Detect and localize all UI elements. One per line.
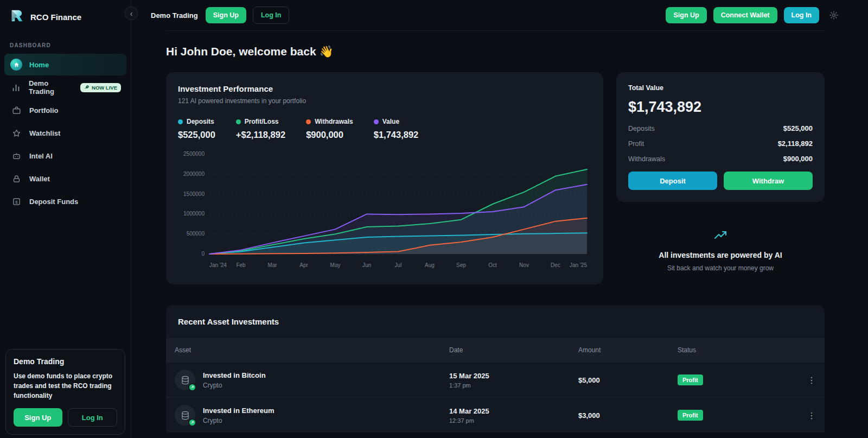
brand: RCO Finance	[4, 0, 126, 31]
column-header-status: Status	[678, 346, 801, 354]
svg-text:Feb: Feb	[236, 262, 246, 268]
briefcase-icon	[10, 106, 23, 115]
dollar-icon: $	[10, 197, 23, 206]
topbar-right-login-button[interactable]: Log In	[784, 7, 820, 23]
svg-text:Jan '25: Jan '25	[570, 262, 587, 268]
sidebar-item-home[interactable]: Home	[4, 54, 126, 75]
sidebar-item-deposit-funds[interactable]: $ Deposit Funds	[4, 191, 126, 212]
promo-text: Use demo funds to place crypto trades an…	[14, 371, 117, 401]
star-icon	[10, 129, 23, 138]
svg-text:Sep: Sep	[456, 262, 466, 268]
total-value-amount: $1,743,892	[628, 99, 813, 116]
svg-text:500000: 500000	[187, 231, 205, 237]
performance-title: Investment Performance	[178, 84, 591, 93]
settings-gear-icon[interactable]	[829, 10, 839, 20]
summary-row-withdrawals: Withdrawals $900,000	[628, 155, 813, 163]
recent-investments-card: Recent Asset Investments Asset Date Amou…	[166, 305, 825, 433]
deposit-button[interactable]: Deposit	[628, 172, 717, 190]
svg-text:$: $	[15, 199, 18, 204]
legend-dot	[306, 119, 311, 124]
ai-promo-title: All investments are powered by AI	[616, 251, 825, 259]
app-root: RCO Finance DASHBOARD Home Demo Trading	[0, 0, 868, 438]
right-column: Total Value $1,743,892 Deposits $525,000…	[616, 72, 825, 284]
sidebar: RCO Finance DASHBOARD Home Demo Trading	[0, 0, 131, 438]
sidebar-item-watchlist[interactable]: Watchlist	[4, 122, 126, 144]
table-row: Invested in Ethereum Crypto 14 Mar 2025 …	[166, 397, 825, 433]
invest-arrow-badge-icon	[188, 418, 196, 427]
asset-name: Invested in Ethereum	[203, 407, 274, 415]
legend-value: +$2,118,892	[236, 130, 285, 140]
svg-text:Aug: Aug	[425, 262, 435, 268]
column-header-amount: Amount	[578, 346, 678, 354]
home-icon	[10, 59, 23, 71]
invest-arrow-badge-icon	[188, 383, 196, 391]
topbar-right-signup-button[interactable]: Sign Up	[666, 7, 706, 23]
sidebar-section-label: DASHBOARD	[10, 42, 121, 48]
svg-text:Jun: Jun	[362, 262, 371, 268]
investment-amount: $5,000	[578, 376, 678, 384]
svg-text:Apr: Apr	[299, 262, 308, 268]
promo-signup-button[interactable]: Sign Up	[14, 408, 62, 427]
sidebar-item-portfolio[interactable]: Portfolio	[4, 99, 126, 121]
svg-text:0: 0	[201, 251, 205, 257]
now-live-badge: NOW LIVE	[80, 83, 121, 92]
legend-item-profit-loss: Profit/Loss +$2,118,892	[236, 118, 285, 140]
svg-text:Nov: Nov	[519, 262, 529, 268]
topbar-signup-button[interactable]: Sign Up	[206, 7, 246, 23]
svg-text:Jul: Jul	[395, 262, 402, 268]
sidebar-item-label: Deposit Funds	[29, 198, 78, 206]
svg-text:1000000: 1000000	[183, 211, 205, 217]
legend-item-value: Value $1,743,892	[374, 118, 419, 140]
brand-name: RCO Finance	[30, 12, 81, 22]
total-value-card: Total Value $1,743,892 Deposits $525,000…	[616, 72, 825, 202]
trending-up-icon	[712, 229, 729, 242]
row-menu-kebab-icon[interactable]: ⋮	[807, 375, 816, 385]
legend-value: $525,000	[178, 130, 215, 140]
svg-text:Dec: Dec	[551, 262, 560, 268]
status-badge: Profit	[678, 410, 703, 421]
sidebar-item-label: Wallet	[29, 175, 50, 183]
sidebar-item-label: Portfolio	[29, 106, 58, 115]
asset-name: Invested in Bitcoin	[203, 371, 266, 379]
ai-promo-block: All investments are powered by AI Sit ba…	[616, 229, 825, 272]
performance-chart: 05000001000000150000020000002500000Jan '…	[178, 149, 591, 272]
table-header-row: Asset Date Amount Status	[166, 338, 825, 362]
legend-value: $1,743,892	[374, 130, 419, 140]
topbar-login-button[interactable]: Log In	[253, 7, 290, 24]
legend-dot	[178, 119, 183, 124]
lock-icon	[10, 174, 23, 183]
legend-dot	[374, 119, 379, 124]
ai-promo-subtitle: Sit back and watch your money grow	[616, 264, 825, 272]
column-header-asset: Asset	[175, 346, 449, 354]
investment-time: 12:37 pm	[449, 417, 578, 424]
performance-subtitle: 121 AI powered investments in your portf…	[178, 97, 591, 105]
sidebar-item-label: Demo Trading	[29, 79, 74, 96]
asset-type: Crypto	[203, 417, 274, 424]
svg-text:2000000: 2000000	[183, 171, 205, 177]
sidebar-item-intel-ai[interactable]: Intel AI	[4, 145, 126, 167]
sidebar-item-label: Watchlist	[29, 129, 60, 137]
content: Hi John Doe, welcome back 👋 Investment P…	[131, 31, 868, 433]
sidebar-item-demo-trading[interactable]: Demo Trading NOW LIVE	[4, 77, 126, 98]
asset-coin-icon	[175, 370, 195, 390]
summary-row-profit: Profit $2,118,892	[628, 139, 813, 148]
sidebar-item-label: Home	[29, 61, 49, 69]
svg-text:1500000: 1500000	[183, 191, 205, 197]
sidebar-collapse-button[interactable]: ‹	[125, 7, 138, 20]
svg-text:Oct: Oct	[488, 262, 497, 268]
summary-row-deposits: Deposits $525,000	[628, 124, 813, 132]
page-greeting: Hi John Doe, welcome back 👋	[166, 45, 825, 58]
investment-date: 15 Mar 2025	[449, 372, 578, 380]
asset-coin-icon	[175, 405, 195, 426]
investment-time: 1:37 pm	[449, 382, 578, 389]
column-header-date: Date	[449, 346, 578, 354]
withdraw-button[interactable]: Withdraw	[724, 172, 813, 190]
investment-date: 14 Mar 2025	[449, 407, 578, 415]
asset-type: Crypto	[203, 382, 266, 389]
sidebar-item-wallet[interactable]: Wallet	[4, 168, 126, 189]
connect-wallet-button[interactable]: Connect Wallet	[713, 7, 777, 23]
row-menu-kebab-icon[interactable]: ⋮	[807, 410, 816, 421]
chart-legend: Deposits $525,000 Profit/Loss +$2,118,89…	[178, 118, 591, 140]
topbar: Demo Trading Sign Up Log In Sign Up Conn…	[131, 0, 868, 30]
promo-login-button[interactable]: Log In	[68, 408, 118, 427]
